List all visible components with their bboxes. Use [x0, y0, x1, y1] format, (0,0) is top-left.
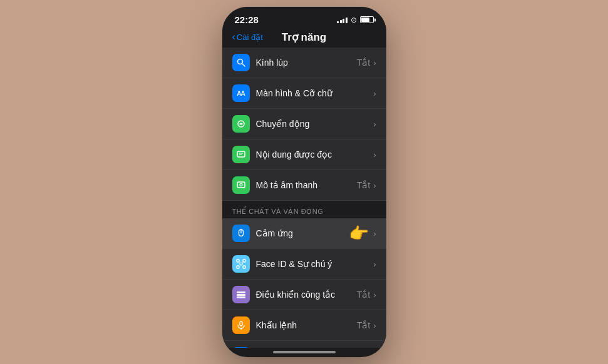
status-icons: ⊙: [337, 16, 374, 24]
item-label: Mô tả âm thanh: [256, 180, 357, 190]
vision-section: Kính lúp Tắt › AA Màn hình & Cỡ chữ › Ch…: [222, 48, 386, 201]
item-label: Điều khiển công tắc: [256, 290, 357, 300]
nav-bar: ‹ Cài đặt Trợ năng: [222, 29, 386, 48]
physical-section: Cảm ứng 👉 › Face ID &: [222, 218, 386, 348]
home-indicator: [273, 351, 336, 353]
side-button-icon: [232, 347, 250, 348]
list-item[interactable]: Kính lúp Tắt ›: [222, 48, 386, 78]
svg-point-13: [239, 262, 240, 263]
svg-rect-12: [243, 266, 245, 268]
aa-icon: AA: [232, 84, 250, 102]
section-title-label: THỂ CHẤT VÀ VẬN ĐỘNG: [232, 208, 324, 216]
status-time: 22:28: [235, 14, 259, 25]
svg-rect-6: [237, 182, 245, 188]
svg-rect-11: [237, 266, 239, 268]
svg-rect-10: [243, 260, 245, 262]
svg-line-1: [242, 64, 245, 66]
svg-rect-17: [237, 296, 245, 298]
svg-rect-3: [237, 151, 245, 157]
svg-point-14: [241, 262, 242, 263]
item-label: Màn hình & Cỡ chữ: [256, 88, 374, 98]
item-label: Nội dung được đọc: [256, 149, 374, 159]
chevron-right-icon: ›: [373, 181, 376, 190]
chevron-right-icon: ›: [373, 150, 376, 159]
settings-content: Kính lúp Tắt › AA Màn hình & Cỡ chữ › Ch…: [222, 48, 386, 348]
chevron-right-icon: ›: [373, 321, 376, 330]
list-item[interactable]: Chuyển động ›: [222, 109, 386, 139]
svg-rect-9: [237, 260, 239, 262]
pointer-hand-icon: 👉: [349, 224, 369, 243]
faceid-icon: [232, 255, 250, 273]
svg-rect-18: [240, 321, 242, 326]
wifi-icon: ⊙: [351, 16, 357, 24]
battery-icon: [360, 16, 374, 23]
chevron-right-icon: ›: [373, 229, 376, 238]
svg-rect-16: [237, 294, 245, 296]
back-button[interactable]: ‹ Cài đặt: [232, 31, 263, 43]
signal-icon: [337, 16, 348, 23]
item-label: Khẩu lệnh: [256, 320, 357, 330]
list-item[interactable]: Điều khiển công tắc Tắt ›: [222, 280, 386, 310]
item-value: Tắt: [357, 180, 370, 190]
section-header: THỂ CHẤT VÀ VẬN ĐỘNG: [222, 201, 386, 218]
list-item[interactable]: AA Màn hình & Cỡ chữ ›: [222, 78, 386, 109]
list-item[interactable]: Nội dung được đọc ›: [222, 139, 386, 170]
page-title: Trợ năng: [282, 31, 326, 44]
audio-icon: [232, 176, 250, 194]
item-label: Face ID & Sự chú ý: [256, 259, 374, 269]
voice-control-icon: [232, 316, 250, 334]
list-item[interactable]: Nút sườn ›: [222, 341, 386, 348]
move-icon: [232, 115, 250, 133]
svg-rect-15: [237, 291, 245, 293]
chevron-right-icon: ›: [373, 58, 376, 68]
item-value: Tắt: [357, 58, 370, 68]
svg-point-7: [240, 184, 242, 186]
touch-icon: [232, 225, 250, 242]
phone-frame: 22:28 ⊙ ‹ Cài đặt Trợ năng: [222, 7, 386, 357]
chevron-right-icon: ›: [373, 89, 376, 98]
svg-point-0: [237, 59, 242, 64]
magnify-icon: [232, 54, 250, 71]
list-item[interactable]: Cảm ứng 👉 ›: [222, 218, 386, 249]
status-bar: 22:28 ⊙: [222, 7, 386, 29]
speech-icon: [232, 146, 250, 163]
item-value: Tắt: [357, 320, 370, 330]
chevron-right-icon: ›: [373, 119, 376, 129]
back-label: Cài đặt: [237, 33, 263, 42]
chevron-right-icon: ›: [373, 290, 376, 300]
list-item[interactable]: Face ID & Sự chú ý ›: [222, 249, 386, 280]
item-label: Kính lúp: [256, 58, 357, 68]
item-label: Chuyển động: [256, 119, 374, 129]
list-item[interactable]: Khẩu lệnh Tắt ›: [222, 310, 386, 341]
chevron-right-icon: ›: [373, 260, 376, 269]
back-chevron-icon: ‹: [232, 31, 235, 43]
list-item[interactable]: Mô tả âm thanh Tắt ›: [222, 170, 386, 201]
switch-control-icon: [232, 286, 250, 303]
item-value: Tắt: [357, 290, 370, 300]
